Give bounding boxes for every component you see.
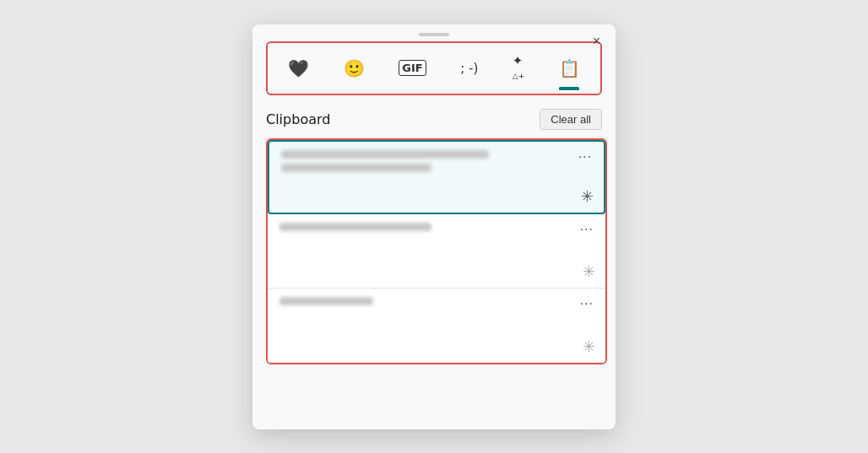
pin-button-1[interactable]: ✳ [581, 187, 594, 206]
tab-kaomoji[interactable]: ; -) [452, 56, 486, 81]
clip-item-bottom-1: ✳ [281, 187, 594, 206]
drag-handle [419, 33, 449, 36]
header-row: Clipboard Clear all [252, 104, 616, 138]
clipboard-item-1[interactable]: ··· ✳ [268, 140, 605, 214]
clip-options-button-3[interactable]: ··· [578, 297, 595, 310]
drag-handle-bar [252, 24, 616, 41]
clipboard-title: Clipboard [266, 111, 330, 127]
tab-clipboard[interactable]: 📋 [551, 53, 589, 84]
pin-button-3[interactable]: ✳ [583, 337, 595, 356]
clipboard-list: ··· ✳ ··· ✳ [268, 140, 605, 363]
tab-emoji[interactable]: 🙂 [335, 53, 373, 84]
clip-item-bottom-3: ✳ [279, 337, 595, 356]
clip-item-top-1: ··· [281, 150, 594, 177]
pin-button-2[interactable]: ✳ [583, 262, 595, 281]
clipboard-list-wrapper: ··· ✳ ··· ✳ [266, 138, 607, 364]
symbols-icon: ✦△+ [513, 53, 524, 84]
blur-line [281, 150, 489, 159]
blur-line [281, 164, 431, 172]
clip-item-bottom-2: ✳ [279, 262, 595, 281]
tab-gif[interactable]: GIF [390, 55, 434, 82]
clear-all-button[interactable]: Clear all [540, 109, 602, 130]
clip-content-1 [281, 150, 570, 177]
clipboard-item-3[interactable]: ··· ✳ [268, 289, 605, 363]
blur-line [279, 223, 431, 231]
blur-line [279, 297, 373, 305]
tab-bar: 🖤 🙂 GIF ; -) ✦△+ 📋 [271, 48, 597, 89]
tab-symbols[interactable]: ✦△+ [504, 48, 533, 89]
tab-bar-wrapper: 🖤 🙂 GIF ; -) ✦△+ 📋 [266, 41, 602, 95]
clipboard-item-2[interactable]: ··· ✳ [268, 214, 605, 289]
clip-options-button-2[interactable]: ··· [578, 223, 595, 236]
emoji-icon: 🙂 [344, 58, 365, 78]
clip-content-2 [279, 223, 572, 236]
close-button[interactable]: × [588, 33, 605, 50]
clip-item-top-3: ··· [279, 297, 595, 310]
clip-content-3 [279, 297, 572, 310]
clipboard-tab-icon: 📋 [559, 58, 580, 78]
clip-options-button-1[interactable]: ··· [577, 150, 594, 164]
kaomoji-icon: ; -) [460, 61, 478, 76]
gif-icon: GIF [399, 60, 426, 77]
recently-used-icon: 🖤 [288, 58, 309, 78]
tab-recently-used[interactable]: 🖤 [279, 53, 317, 84]
main-panel: × 🖤 🙂 GIF ; -) ✦△+ 📋 [252, 24, 616, 429]
clip-item-top-2: ··· [279, 223, 595, 236]
